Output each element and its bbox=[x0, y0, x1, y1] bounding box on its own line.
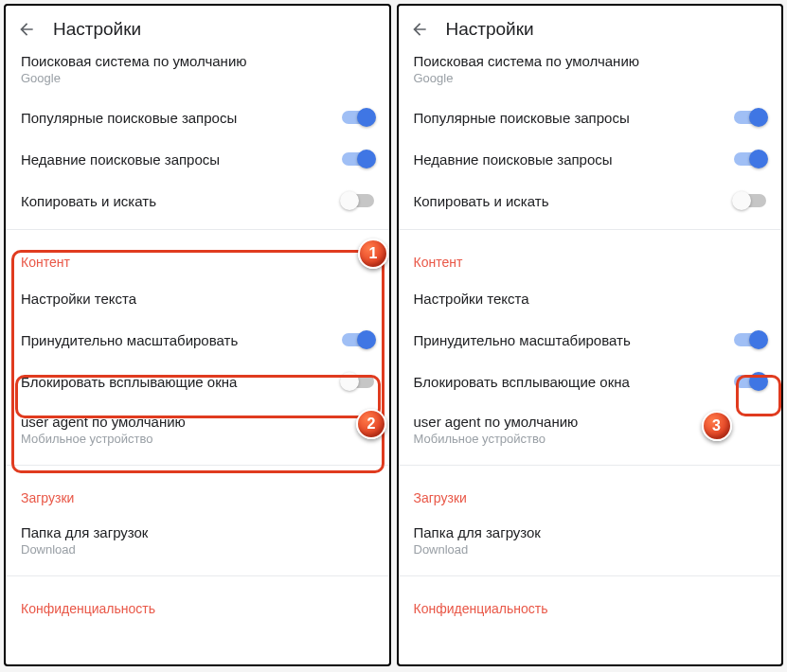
user-agent-value: Мобильное устройство bbox=[21, 432, 186, 446]
page-title: Настройки bbox=[446, 19, 534, 40]
text-settings-label: Настройки текста bbox=[414, 291, 529, 307]
search-engine-label: Поисковая система по умолчанию bbox=[414, 53, 640, 69]
row-force-zoom[interactable]: Принудительно масштабировать bbox=[6, 319, 389, 361]
user-agent-label: user agent по умолчанию bbox=[21, 414, 186, 430]
row-download-folder[interactable]: Папка для загрузок Download bbox=[6, 513, 389, 568]
toggle-copy-search[interactable] bbox=[734, 194, 766, 207]
section-downloads-header: Загрузки bbox=[399, 473, 782, 513]
toggle-block-popups[interactable] bbox=[734, 375, 766, 388]
page-title: Настройки bbox=[53, 19, 141, 40]
copy-search-label: Копировать и искать bbox=[414, 193, 549, 209]
row-text-settings[interactable]: Настройки текста bbox=[399, 277, 782, 319]
toggle-block-popups[interactable] bbox=[342, 375, 374, 388]
user-agent-label: user agent по умолчанию bbox=[414, 414, 579, 430]
recent-queries-label: Недавние поисковые запросы bbox=[21, 151, 220, 168]
phone-left: Настройки Поисковая система по умолчанию… bbox=[4, 4, 391, 666]
search-engine-value: Google bbox=[414, 71, 640, 85]
section-content-header: Контент bbox=[399, 238, 782, 277]
download-folder-label: Папка для загрузок bbox=[21, 524, 148, 540]
toggle-recent-queries[interactable] bbox=[734, 152, 766, 166]
section-privacy-header: Конфиденциальность bbox=[6, 584, 389, 624]
search-engine-label: Поисковая система по умолчанию bbox=[21, 53, 247, 69]
row-recent-queries[interactable]: Недавние поисковые запросы bbox=[399, 138, 782, 180]
row-copy-search[interactable]: Копировать и искать bbox=[6, 180, 389, 221]
popular-queries-label: Популярные поисковые запросы bbox=[21, 110, 237, 126]
row-popular-queries[interactable]: Популярные поисковые запросы bbox=[6, 97, 389, 138]
divider bbox=[399, 229, 782, 230]
row-block-popups[interactable]: Блокировать всплывающие окна bbox=[6, 361, 389, 402]
download-folder-value: Download bbox=[414, 542, 541, 557]
row-text-settings[interactable]: Настройки текста bbox=[6, 277, 389, 319]
divider bbox=[399, 575, 782, 576]
section-content-header: Контент bbox=[6, 238, 389, 277]
force-zoom-label: Принудительно масштабировать bbox=[21, 332, 238, 348]
divider bbox=[399, 465, 782, 466]
toolbar: Настройки bbox=[399, 6, 782, 53]
copy-search-label: Копировать и искать bbox=[21, 193, 156, 209]
toggle-popular-queries[interactable] bbox=[734, 111, 766, 124]
settings-list: Поисковая система по умолчанию Google По… bbox=[6, 53, 389, 664]
section-downloads-header: Загрузки bbox=[6, 473, 389, 513]
row-block-popups[interactable]: Блокировать всплывающие окна bbox=[399, 361, 782, 402]
row-search-engine[interactable]: Поисковая система по умолчанию Google bbox=[399, 53, 782, 97]
row-user-agent[interactable]: user agent по умолчанию Мобильное устрой… bbox=[6, 402, 389, 457]
row-search-engine[interactable]: Поисковая система по умолчанию Google bbox=[6, 53, 389, 97]
row-copy-search[interactable]: Копировать и искать bbox=[399, 180, 782, 221]
back-arrow-icon[interactable] bbox=[410, 20, 429, 39]
user-agent-value: Мобильное устройство bbox=[414, 432, 579, 446]
toggle-force-zoom[interactable] bbox=[734, 333, 766, 346]
search-engine-value: Google bbox=[21, 71, 247, 85]
section-privacy-header: Конфиденциальность bbox=[399, 584, 782, 624]
row-popular-queries[interactable]: Популярные поисковые запросы bbox=[399, 97, 782, 138]
divider bbox=[6, 575, 389, 576]
toggle-recent-queries[interactable] bbox=[342, 152, 374, 166]
back-arrow-icon[interactable] bbox=[17, 20, 36, 39]
toggle-copy-search[interactable] bbox=[342, 194, 374, 207]
block-popups-label: Блокировать всплывающие окна bbox=[21, 374, 237, 390]
row-user-agent[interactable]: user agent по умолчанию Мобильное устрой… bbox=[399, 402, 782, 457]
download-folder-label: Папка для загрузок bbox=[414, 524, 541, 540]
divider bbox=[6, 465, 389, 466]
phone-right: Настройки Поисковая система по умолчанию… bbox=[397, 4, 784, 666]
force-zoom-label: Принудительно масштабировать bbox=[414, 332, 631, 348]
toggle-popular-queries[interactable] bbox=[342, 111, 374, 124]
block-popups-label: Блокировать всплывающие окна bbox=[414, 374, 630, 390]
popular-queries-label: Популярные поисковые запросы bbox=[414, 110, 630, 126]
row-force-zoom[interactable]: Принудительно масштабировать bbox=[399, 319, 782, 361]
toolbar: Настройки bbox=[6, 6, 389, 53]
row-download-folder[interactable]: Папка для загрузок Download bbox=[399, 513, 782, 568]
toggle-force-zoom[interactable] bbox=[342, 333, 374, 346]
row-recent-queries[interactable]: Недавние поисковые запросы bbox=[6, 138, 389, 180]
recent-queries-label: Недавние поисковые запросы bbox=[414, 151, 613, 168]
settings-list: Поисковая система по умолчанию Google По… bbox=[399, 53, 782, 664]
download-folder-value: Download bbox=[21, 542, 148, 557]
text-settings-label: Настройки текста bbox=[21, 291, 136, 307]
divider bbox=[6, 229, 389, 230]
